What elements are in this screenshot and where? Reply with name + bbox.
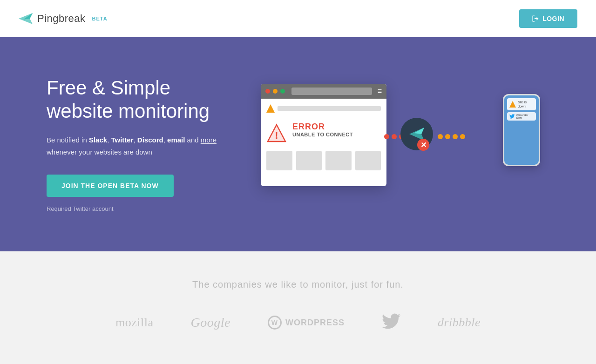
google-logo: Google: [190, 315, 230, 330]
error-title: ERROR: [292, 122, 353, 132]
login-label: LOGIN: [542, 15, 564, 22]
hero-section: Free & Simple website monitoring Be noti…: [0, 37, 596, 251]
companies-logos: mozilla Google W WordPress dribbble: [37, 313, 559, 332]
error-subtitle: UNABLE TO CONNECT: [292, 132, 353, 137]
join-beta-button[interactable]: JOIN THE OPEN BETA NOW: [47, 175, 174, 197]
login-button[interactable]: LOGIN: [519, 9, 577, 28]
phone-mockup: Site is down! @monitor alert: [503, 94, 540, 166]
logo-area: Pingbreak BETA: [19, 13, 108, 25]
browser-address-bar: [291, 88, 372, 95]
dot-r2: [445, 134, 450, 139]
hero-illustration: ≡ ! ERROR UNABLE TO CONNECT: [242, 70, 549, 219]
placeholder-1: [266, 151, 292, 170]
hero-content: Free & Simple website monitoring Be noti…: [47, 76, 242, 213]
browser-mockup: ≡ ! ERROR UNABLE TO CONNECT: [261, 84, 386, 186]
warning-bar: [266, 104, 381, 113]
header: Pingbreak BETA LOGIN: [0, 0, 596, 37]
hero-title: Free & Simple website monitoring: [47, 76, 242, 123]
dot-r4: [460, 134, 465, 139]
warning-triangle-icon: [266, 104, 275, 113]
dot-r3: [453, 134, 458, 139]
dot-1: [384, 134, 389, 139]
login-icon: [532, 15, 539, 22]
error-triangle-icon: !: [266, 123, 287, 143]
companies-title: The companies we like to monitor, just f…: [37, 279, 559, 290]
warning-bar-placeholder: [278, 106, 381, 111]
placeholder-4: [355, 151, 381, 170]
browser-placeholder-blocks: [266, 151, 381, 170]
svg-marker-6: [414, 128, 424, 134]
companies-section: The companies we like to monitor, just f…: [0, 251, 596, 364]
phone-twitter-notif: @monitor alert: [507, 112, 536, 121]
dot-r1: [438, 134, 443, 139]
phone-screen: Site is down! @monitor alert: [504, 95, 539, 165]
phone-notif-text: Site is down!: [518, 100, 534, 108]
wordpress-circle-icon: W: [268, 316, 282, 330]
browser-content: ! ERROR UNABLE TO CONNECT: [261, 99, 386, 176]
wordpress-text: WordPress: [285, 318, 345, 328]
logo-text: Pingbreak: [37, 13, 86, 25]
error-text: ERROR UNABLE TO CONNECT: [292, 122, 353, 137]
browser-bar: ≡: [261, 84, 386, 99]
logo-icon: [19, 13, 33, 24]
mozilla-logo: mozilla: [115, 316, 153, 330]
required-note: Required Twitter account: [47, 205, 242, 212]
placeholder-2: [296, 151, 322, 170]
dot-red: [265, 89, 270, 94]
dot-yellow: [273, 89, 278, 94]
twitter-logo: [382, 313, 400, 332]
svg-text:!: !: [275, 129, 278, 141]
error-x-badge: ✕: [417, 139, 429, 151]
error-area: ! ERROR UNABLE TO CONNECT: [266, 118, 381, 149]
browser-menu-icon: ≡: [378, 87, 382, 95]
cta-area: JOIN THE OPEN BETA NOW Required Twitter …: [47, 175, 242, 212]
twitter-bird-icon: [509, 114, 515, 119]
phone-warning-icon: [509, 101, 516, 108]
dot-green: [280, 89, 285, 94]
dribbble-logo: dribbble: [438, 316, 481, 330]
beta-badge: BETA: [92, 16, 108, 21]
dotted-line-right: [438, 134, 465, 139]
dot-2: [392, 134, 397, 139]
wordpress-logo: W WordPress: [268, 316, 345, 330]
placeholder-3: [325, 151, 352, 170]
phone-notification: Site is down!: [507, 98, 536, 110]
hero-description: Be notified in Slack, Twitter, Discord, …: [47, 134, 242, 158]
phone-tweet-text: @monitor alert: [516, 114, 534, 119]
twitter-bird-logo: [382, 313, 400, 329]
